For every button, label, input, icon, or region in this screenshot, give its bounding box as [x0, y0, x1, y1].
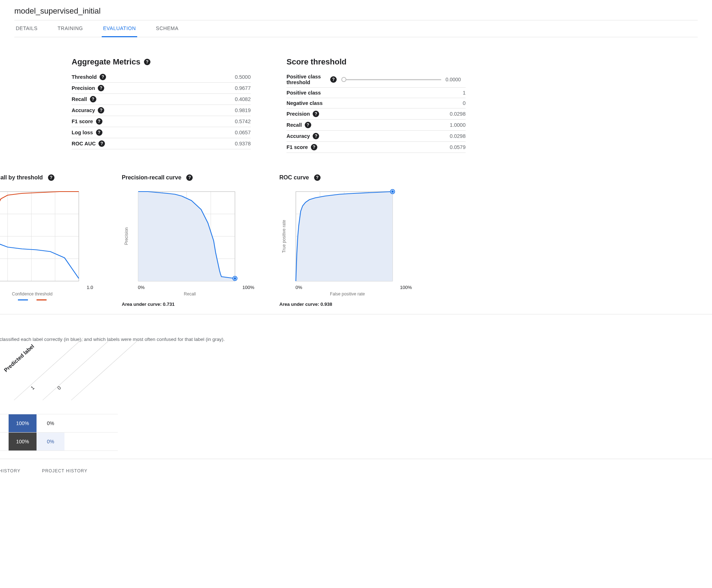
threshold-slider[interactable]: [344, 79, 441, 80]
tick-label: 0%: [138, 285, 145, 290]
tabs: DETAILSTRAININGEVALUATIONSCHEMA: [14, 20, 698, 37]
page-title: model_supervised_initial: [14, 4, 698, 20]
true-label: True label: [0, 399, 118, 414]
axis-label: False positive rate: [279, 291, 415, 297]
roc-curve-chart: ROC curve ? True positive rate 0% 100% F…: [279, 174, 415, 307]
matrix-cell: 0%: [37, 414, 64, 432]
metric-row: Log loss?0.0657: [72, 127, 251, 138]
tab-evaluation[interactable]: EVALUATION: [102, 20, 138, 37]
chart-title: ROC curve: [279, 174, 309, 181]
axis-label: Confidence threshold: [0, 291, 100, 297]
pr-curve-chart: Precision-recall curve ? Precision 0% 10…: [122, 174, 258, 307]
score-threshold-panel: Score threshold Positive class threshold…: [287, 57, 466, 153]
matrix-cell: 100%: [9, 433, 37, 450]
legend: [0, 299, 100, 300]
metric-row: F1 score?0.5742: [72, 116, 251, 127]
metric-row: Accuracy?0.9819: [72, 105, 251, 116]
metric-row: Recall?0.4082: [72, 94, 251, 105]
metric-row: Threshold?0.5000: [72, 72, 251, 83]
predicted-label: Predicted label: [3, 343, 35, 373]
help-icon[interactable]: ?: [186, 174, 193, 181]
help-icon[interactable]: ?: [98, 107, 104, 114]
help-icon[interactable]: ?: [144, 59, 150, 65]
chart-svg: [131, 188, 239, 285]
table-row: 1100%0%: [0, 414, 118, 432]
svg-point-40: [391, 191, 394, 193]
help-icon[interactable]: ?: [311, 144, 317, 150]
tick-label: 1.0: [87, 285, 93, 290]
help-icon[interactable]: ?: [305, 122, 311, 128]
help-icon[interactable]: ?: [98, 140, 105, 147]
help-icon[interactable]: ?: [90, 96, 96, 102]
metric-row: Positive class1: [287, 88, 466, 98]
chart-svg: [289, 188, 396, 285]
help-icon[interactable]: ?: [313, 133, 319, 139]
table-row: 0100%0%: [0, 432, 118, 451]
chart-title: Precision-recall curve: [122, 174, 181, 181]
pr-by-threshold-chart: Precision-recall by threshold ? 0.0 1.0 …: [0, 174, 100, 307]
help-icon[interactable]: ?: [314, 174, 321, 181]
confusion-desc: This table shows how often the model cla…: [0, 337, 712, 342]
tab-schema[interactable]: SCHEMA: [154, 20, 180, 37]
metric-row: Accuracy?0.0298: [287, 131, 466, 142]
aggregate-metrics-panel: Aggregate Metrics ? Threshold?0.5000Prec…: [72, 57, 251, 153]
axis-label: Precision: [122, 227, 131, 245]
help-icon[interactable]: ?: [96, 129, 102, 136]
matrix-cell: 100%: [9, 414, 37, 432]
chart-auc: Area under curve: 0.938: [279, 302, 415, 307]
chart-svg: [0, 188, 82, 285]
confusion-matrix-panel: Confusion matrix – Item counts This tabl…: [0, 314, 712, 459]
help-icon[interactable]: ?: [48, 174, 54, 181]
matrix-cell: 0%: [37, 433, 64, 450]
col-label: 1: [30, 385, 36, 391]
aggregate-title: Aggregate Metrics: [72, 57, 140, 67]
footer-tabs: PERSONAL HISTORY PROJECT HISTORY: [0, 459, 712, 473]
metric-row: Recall?1.0000: [287, 120, 466, 131]
col-label: 0: [56, 385, 62, 391]
help-icon[interactable]: ?: [330, 76, 337, 83]
threshold-title: Score threshold: [287, 57, 466, 67]
metric-row: Precision?0.0298: [287, 109, 466, 120]
help-icon[interactable]: ?: [96, 118, 102, 125]
help-icon[interactable]: ?: [100, 74, 106, 80]
metric-row: Precision?0.9677: [72, 83, 251, 94]
footer-tab[interactable]: PROJECT HISTORY: [42, 468, 87, 473]
metric-row: ROC AUC?0.9378: [72, 138, 251, 149]
axis-label: Recall: [122, 291, 258, 297]
help-icon[interactable]: ?: [98, 85, 104, 91]
chart-auc: Area under curve: 0.731: [122, 302, 258, 307]
tab-details[interactable]: DETAILS: [14, 20, 39, 37]
metric-row: Negative class0: [287, 98, 466, 109]
tick-label: 0%: [295, 285, 302, 290]
tick-label: 100%: [400, 285, 412, 290]
metric-row: F1 score?0.0579: [287, 142, 466, 153]
tab-training[interactable]: TRAINING: [56, 20, 85, 37]
axis-label: True positive rate: [279, 220, 289, 253]
chart-title: Precision-recall by threshold: [0, 174, 43, 181]
slider-value: 0.0000: [446, 77, 466, 82]
slider-label: Positive class threshold: [287, 74, 327, 85]
help-icon[interactable]: ?: [313, 111, 319, 117]
svg-point-27: [234, 277, 236, 280]
tick-label: 100%: [242, 285, 254, 290]
footer-tab[interactable]: PERSONAL HISTORY: [0, 468, 20, 473]
